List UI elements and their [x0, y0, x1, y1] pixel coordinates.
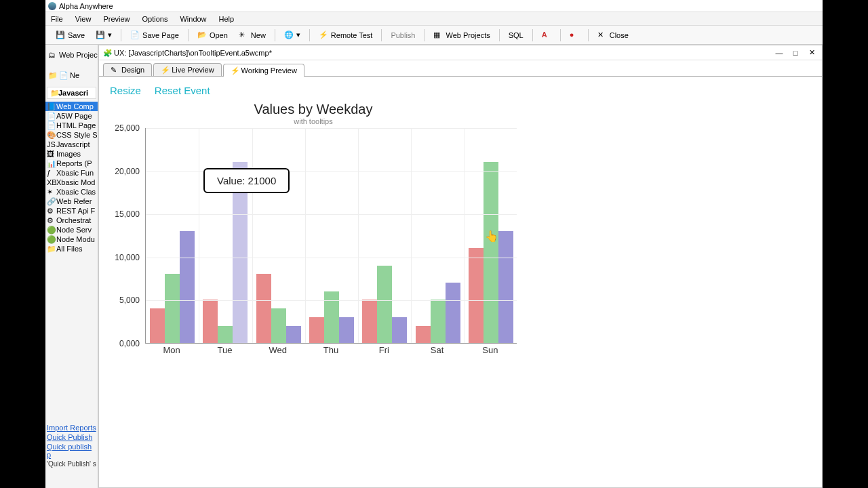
bar[interactable] — [446, 283, 460, 343]
gridline-v — [358, 128, 359, 343]
close-icon: ✕ — [597, 30, 607, 40]
save-button[interactable]: 💾Save — [51, 28, 90, 42]
bar[interactable] — [150, 308, 165, 343]
separator — [309, 29, 310, 41]
bar[interactable] — [309, 317, 324, 343]
menu-options[interactable]: Options — [142, 15, 168, 23]
bar[interactable] — [431, 300, 446, 343]
sidebar-item[interactable]: ⚙Orchestrat — [45, 216, 98, 225]
sidebar-item[interactable]: 🟢Node Modu — [45, 235, 98, 244]
item-icon: 🔗 — [47, 197, 55, 205]
grid-icon: ▦ — [433, 30, 443, 40]
item-label: CSS Style S — [56, 131, 98, 139]
bar[interactable] — [218, 326, 233, 343]
x-tick-label: Tue — [217, 345, 232, 355]
resize-link[interactable]: Resize — [110, 85, 141, 96]
title-bar: Alpha Anywhere — [45, 0, 823, 12]
item-icon: 🟢 — [47, 235, 55, 243]
bar[interactable] — [165, 274, 180, 343]
sidebar-item[interactable]: 📄HTML Page — [45, 121, 98, 130]
bar[interactable] — [416, 326, 431, 343]
item-icon: 📁 — [47, 245, 55, 253]
body-area: 🗂 Web Projec 📁 📄 Ne 📁 Javascri 📘Web Comp… — [45, 45, 823, 488]
separator — [588, 29, 589, 41]
quick-publish-link[interactable]: Quick Publish — [47, 433, 98, 441]
sidebar: 🗂 Web Projec 📁 📄 Ne 📁 Javascri 📘Web Comp… — [45, 45, 98, 488]
save-dropdown-button[interactable]: 💾▾ — [91, 28, 117, 42]
close-window-button[interactable]: ✕ — [806, 48, 818, 58]
chart-title: Values by Weekday — [110, 102, 517, 117]
sidebar-item[interactable]: 🔗Web Refer — [45, 197, 98, 206]
sidebar-item[interactable]: 📘Web Comp — [45, 102, 98, 111]
gridline-v — [305, 128, 306, 343]
sidebar-title: Web Projec — [59, 51, 98, 59]
sidebar-item[interactable]: JSJavascript — [45, 140, 98, 149]
bar[interactable] — [362, 300, 377, 343]
web-projects-button[interactable]: ▦Web Projects — [429, 28, 494, 42]
item-label: Xbasic Clas — [56, 188, 96, 196]
separator — [121, 29, 121, 41]
sidebar-item[interactable]: XBXbasic Mod — [45, 178, 98, 187]
item-icon: 📊 — [47, 159, 55, 167]
window-controls: — □ ✕ — [773, 48, 822, 58]
remote-test-button[interactable]: ⚡Remote Test — [314, 28, 378, 42]
record-button[interactable]: ● — [565, 28, 584, 42]
bar[interactable] — [469, 248, 484, 343]
x-tick-label: Sun — [482, 345, 498, 355]
sidebar-project-folder[interactable]: 📁 Javascri — [47, 87, 96, 99]
menu-file[interactable]: File — [51, 15, 63, 23]
y-tick-label: 25,000 — [115, 123, 140, 133]
bar[interactable] — [484, 162, 498, 343]
import-reports-link[interactable]: Import Reports — [47, 424, 98, 432]
minimize-button[interactable]: — — [773, 48, 785, 58]
new-button[interactable]: ✳New — [234, 28, 271, 42]
gridline-h — [146, 214, 517, 215]
app-window: Alpha Anywhere File View Preview Options… — [45, 0, 823, 488]
sidebar-item[interactable]: 🎨CSS Style S — [45, 130, 98, 140]
quick-publish-p-link[interactable]: Quick publish p — [47, 443, 98, 459]
bar[interactable] — [377, 266, 392, 343]
separator — [381, 29, 382, 41]
sidebar-item[interactable]: 📄A5W Page — [45, 111, 98, 121]
bar[interactable] — [392, 317, 407, 343]
tab-design[interactable]: ✎Design — [103, 63, 152, 76]
item-label: Node Modu — [56, 235, 95, 243]
menu-view[interactable]: View — [75, 15, 92, 23]
sidebar-new-row: 📁 📄 Ne — [45, 65, 98, 85]
chart-tooltip: Value: 21000 — [203, 168, 290, 193]
y-tick-label: 15,000 — [115, 209, 140, 219]
bar[interactable] — [339, 317, 354, 343]
item-label: Xbasic Fun — [56, 169, 94, 177]
bar[interactable] — [256, 274, 271, 343]
save-page-button[interactable]: 📄Save Page — [125, 28, 184, 42]
bar[interactable] — [271, 308, 286, 343]
folder-open-icon: 📂 — [197, 30, 207, 40]
menu-window[interactable]: Window — [180, 15, 206, 23]
menu-preview[interactable]: Preview — [103, 15, 130, 23]
bar[interactable] — [286, 326, 301, 343]
sql-button[interactable]: SQL — [504, 29, 528, 41]
reset-event-link[interactable]: Reset Event — [155, 85, 210, 96]
close-button[interactable]: ✕Close — [593, 28, 633, 42]
tab-working-preview[interactable]: ⚡Working Preview — [223, 64, 304, 77]
sidebar-item[interactable]: 📁All Files — [45, 244, 98, 253]
tab-live-preview[interactable]: ⚡Live Preview — [153, 63, 221, 76]
chart-area[interactable]: 0,0005,00010,00015,00020,00025,000 MonTu… — [110, 128, 517, 359]
font-button[interactable]: A — [537, 28, 556, 42]
sidebar-item[interactable]: 🖼Images — [45, 149, 98, 159]
publish-button[interactable]: Publish — [386, 29, 420, 41]
sidebar-item[interactable]: 🟢Node Serv — [45, 225, 98, 235]
open-button[interactable]: 📂Open — [193, 28, 233, 42]
sidebar-item[interactable]: ✶Xbasic Clas — [45, 187, 98, 197]
maximize-button[interactable]: □ — [789, 48, 802, 58]
bar[interactable] — [203, 300, 218, 343]
menu-help[interactable]: Help — [219, 15, 235, 23]
browser-dropdown-button[interactable]: 🌐▾ — [279, 28, 305, 42]
bar[interactable] — [498, 231, 513, 343]
sidebar-item[interactable]: ⚙REST Api F — [45, 206, 98, 216]
sidebar-item[interactable]: ƒXbasic Fun — [45, 168, 98, 178]
sidebar-item[interactable]: 📊Reports (P — [45, 159, 98, 168]
bar[interactable] — [324, 291, 339, 343]
item-icon: 🟢 — [47, 226, 55, 234]
bar[interactable] — [180, 231, 195, 343]
